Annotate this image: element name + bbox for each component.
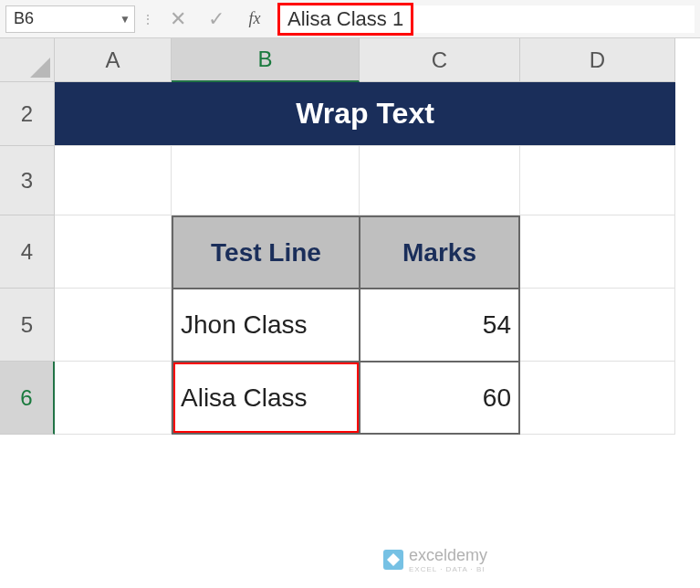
enter-icon[interactable]: ✓ <box>199 5 234 33</box>
cell-a6[interactable] <box>55 362 172 435</box>
row-header-5[interactable]: 5 <box>0 289 55 362</box>
name-box[interactable]: B6 ▼ <box>5 5 135 33</box>
column-header-b[interactable]: B <box>172 38 360 82</box>
cell-d6[interactable] <box>520 362 675 435</box>
cell-d5[interactable] <box>520 289 675 362</box>
select-all-corner[interactable] <box>0 38 55 82</box>
table-cell-marks-0[interactable]: 54 <box>360 289 520 362</box>
formula-bar: B6 ▼ ⋮ ✕ ✓ fx Alisa Class 1 <box>0 0 700 38</box>
cell-a3[interactable] <box>55 146 172 215</box>
column-header-d[interactable]: D <box>520 38 675 82</box>
name-box-value: B6 <box>14 9 34 28</box>
row-header-4[interactable]: 4 <box>0 215 55 289</box>
cell-a5[interactable] <box>55 289 172 362</box>
table-header-test-line[interactable]: Test Line <box>172 215 360 289</box>
row-header-2[interactable]: 2 <box>0 82 55 146</box>
cell-d3[interactable] <box>520 146 675 215</box>
table-cell-name-0[interactable]: Jhon Class <box>172 289 360 362</box>
title-cell[interactable]: Wrap Text <box>55 82 675 146</box>
formula-input[interactable]: Alisa Class 1 <box>276 5 695 33</box>
cell-a4[interactable] <box>55 215 172 289</box>
row-header-6[interactable]: 6 <box>0 362 55 435</box>
table-header-marks[interactable]: Marks <box>360 215 520 289</box>
watermark-brand: exceldemy <box>409 546 487 565</box>
table-cell-marks-1[interactable]: 60 <box>360 362 520 435</box>
row-header-3[interactable]: 3 <box>0 146 55 215</box>
column-header-a[interactable]: A <box>55 38 172 82</box>
watermark-logo-icon <box>383 550 403 570</box>
sheet-body: 2 Wrap Text 3 4 Test Line Marks 5 Jhon C… <box>0 82 700 435</box>
dropdown-icon[interactable]: ▼ <box>120 13 131 26</box>
cell-d4[interactable] <box>520 215 675 289</box>
column-header-c[interactable]: C <box>360 38 520 82</box>
cell-b3[interactable] <box>172 146 360 215</box>
watermark: exceldemy EXCEL · DATA · BI <box>383 546 487 573</box>
formula-value: Alisa Class 1 <box>277 3 413 36</box>
fx-icon[interactable]: fx <box>237 5 272 33</box>
cell-c3[interactable] <box>360 146 520 215</box>
watermark-tagline: EXCEL · DATA · BI <box>409 565 487 573</box>
table-cell-name-1[interactable]: Alisa Class <box>172 362 360 435</box>
separator-icon: ⋮ <box>139 12 157 26</box>
column-headers-row: A B C D <box>0 38 700 82</box>
cancel-icon[interactable]: ✕ <box>161 5 195 33</box>
